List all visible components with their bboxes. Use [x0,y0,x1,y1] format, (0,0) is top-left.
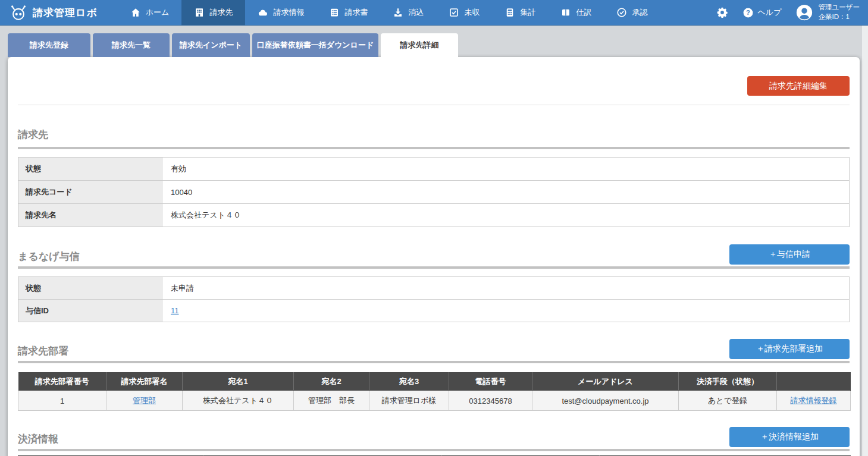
section-bar [18,361,850,363]
tab-bulk-download[interactable]: 口座振替依頼書一括ダウンロード [252,33,378,57]
checkbox-icon [449,7,459,18]
row-value: 株式会社テスト４０ [162,204,850,227]
building-icon [194,7,205,18]
col-header: 宛名3 [369,373,449,391]
credit-id-link[interactable]: 11 [171,306,179,315]
row-label: 請求先名 [18,204,162,227]
dept-name-link[interactable]: 管理部 [133,396,156,405]
col-header: 請求先部署番号 [18,373,106,391]
tab-register[interactable]: 請求先登録 [8,33,90,57]
approval-icon [616,7,627,18]
section-bar [18,449,850,451]
tab-list[interactable]: 請求先一覧 [93,33,170,57]
home-icon [130,7,141,18]
dept-email: test@cloudpayment.co.jp [532,391,679,411]
help-button[interactable]: ? ヘルプ [742,7,782,18]
departments-table: 請求先部署番号 請求先部署名 宛名1 宛名2 宛名3 電話番号 メールアドレス … [18,372,851,411]
col-header: 請求先部署名 [106,373,183,391]
add-payment-info-button[interactable]: ＋決済情報追加 [729,427,850,447]
row-label: 与信ID [18,300,162,322]
divider [18,105,850,105]
table-row: 1 管理部 株式会社テスト４０ 管理部 部長 請求管理ロボ様 031234567… [18,391,851,411]
col-header: メールアドレス [532,373,679,391]
section-title-billing: 請求先 [18,128,850,141]
calculator-icon [504,7,515,18]
nav-item-home[interactable]: ホーム [118,0,182,26]
sub-tabs: 請求先登録 請求先一覧 請求先インポート 口座振替依頼書一括ダウンロード 請求先… [8,33,458,58]
credit-table: 状態 未申請 与信ID 11 [18,276,850,322]
tab-import[interactable]: 請求先インポート [172,33,250,57]
invoice-icon [329,7,340,18]
app-title: 請求管理ロボ [33,6,98,20]
navbar-right: ? ヘルプ 管理ユーザー 企業ID：1 [716,3,860,21]
columns-icon [560,7,571,18]
edit-detail-button[interactable]: 請求先詳細編集 [747,76,850,96]
nav-item-billing-destination[interactable]: 請求先 [181,0,245,26]
dept-phone: 0312345678 [449,391,532,411]
user-name: 管理ユーザー [818,3,860,12]
row-label: 状態 [18,158,162,181]
top-navbar: 請求管理ロボ ホーム 請求先 請求情報 [0,0,868,26]
credit-apply-button[interactable]: ＋与信申請 [729,244,850,265]
add-department-button[interactable]: ＋請求先部署追加 [729,339,850,359]
avatar [795,4,813,21]
nav-item-invoice[interactable]: 請求書 [317,0,380,26]
billing-table: 状態 有効 請求先コード 10040 請求先名 株式会社テスト４０ [18,157,850,227]
row-label: 状態 [18,277,162,300]
cloud-icon [258,7,268,18]
table-row: 与信ID 11 [18,300,850,322]
settings-button[interactable] [716,7,728,18]
main-nav: ホーム 請求先 請求情報 [118,0,660,26]
section-bar [18,266,850,269]
col-header: 電話番号 [449,373,532,391]
table-row: 請求先名 株式会社テスト４０ [18,204,850,227]
col-header [777,373,851,391]
app-logo[interactable]: 請求管理ロボ [10,4,98,21]
section-title-departments: 請求先部署 [18,344,68,358]
register-billing-info-link[interactable]: 請求情報登録 [791,396,837,405]
section-title-payment: 決済情報 [18,432,58,446]
detail-panel: 請求先詳細編集 請求先 状態 有効 請求先コード 10040 請求先名 株式会社… [8,57,860,456]
gear-icon [716,7,728,18]
section-title-credit: まるなげ与信 [18,250,80,263]
table-row: 請求先コード 10040 [18,181,850,204]
table-row: 状態 未申請 [18,277,850,300]
nav-item-unpaid[interactable]: 未収 [436,0,492,26]
table-header-row: 請求先部署番号 請求先部署名 宛名1 宛名2 宛名3 電話番号 メールアドレス … [18,373,851,391]
dept-addressee2: 管理部 部長 [294,391,369,411]
row-value: 有効 [162,158,850,181]
download-icon [393,7,403,18]
page-scrollbar[interactable] [862,26,868,456]
col-header: 決済手段（状態） [679,373,777,391]
dept-addressee1: 株式会社テスト４０ [183,391,294,411]
table-row: 状態 有効 [18,158,850,181]
tab-detail[interactable]: 請求先詳細 [381,33,458,58]
col-header: 宛名1 [183,373,294,391]
nav-item-aggregate[interactable]: 集計 [492,0,548,26]
user-menu[interactable]: 管理ユーザー 企業ID：1 [795,3,860,21]
dept-payment-method: あとで登録 [679,391,777,411]
dept-addressee3: 請求管理ロボ様 [369,391,449,411]
row-value: 未申請 [162,277,850,300]
col-header: 宛名2 [294,373,369,391]
nav-item-reconciliation[interactable]: 消込 [380,0,436,26]
company-id: 企業ID：1 [818,12,860,22]
section-bar [18,147,850,149]
help-icon: ? [742,7,754,18]
nav-item-approval[interactable]: 承認 [604,0,660,26]
nav-item-billing-info[interactable]: 請求情報 [245,0,317,26]
svg-text:?: ? [746,9,750,16]
row-label: 請求先コード [18,181,162,204]
row-value: 10040 [162,181,850,204]
nav-item-journal[interactable]: 仕訳 [548,0,604,26]
robot-logo-icon [10,4,27,21]
dept-number: 1 [18,391,106,411]
